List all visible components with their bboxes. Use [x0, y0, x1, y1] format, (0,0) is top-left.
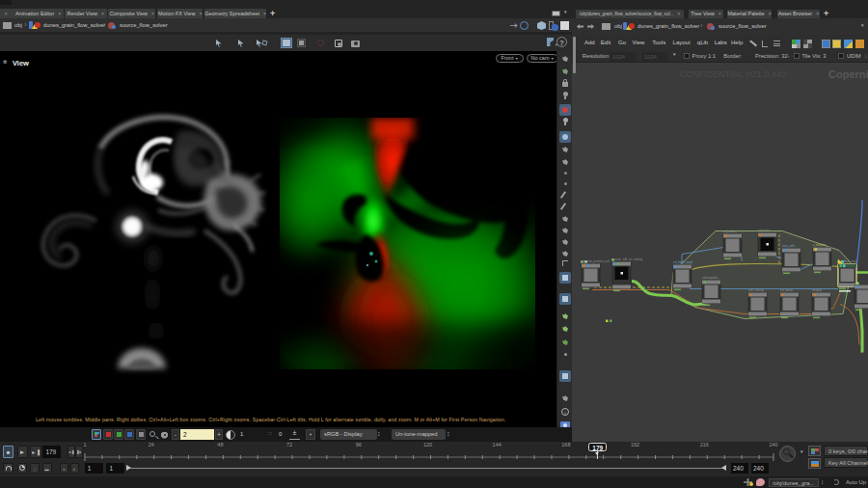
svg-text:volinterpolate: volinterpolate — [702, 276, 719, 280]
svg-text:vels_velocity: vels_velocity — [748, 288, 764, 292]
svg-text:vuzz_volte: vuzz_volte — [782, 244, 796, 248]
svg-text:vel_volume: vel_volume — [723, 230, 738, 233]
svg-text:generate_particles_trail: generate_particles_trail — [582, 259, 610, 263]
svg-text:convert_vdb_vel_velocity: convert_vdb_vel_velocity — [612, 258, 643, 261]
svg-text:vel_noise: vel_noise — [758, 229, 770, 232]
svg-text:vel_advect: vel_advect — [780, 288, 794, 292]
svg-text:vol_black_target: vol_black_target — [673, 260, 693, 264]
svg-text:v_template: v_template — [813, 243, 827, 247]
svg-text:merging: merging — [812, 288, 823, 292]
